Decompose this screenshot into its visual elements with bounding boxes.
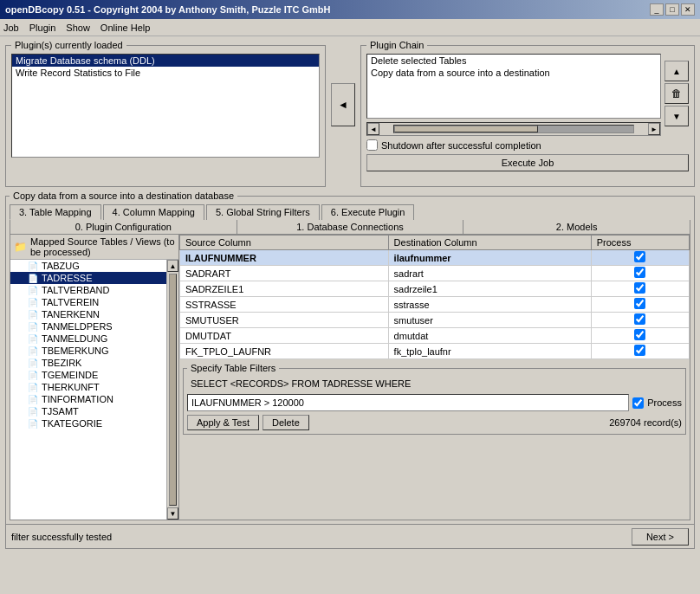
col-header-process: Process bbox=[591, 236, 689, 250]
chain-arrow-buttons: ▲ 🗑 ▼ bbox=[664, 54, 689, 139]
delete-filter-button[interactable]: Delete bbox=[262, 415, 309, 430]
col-process-1[interactable] bbox=[591, 266, 689, 281]
menu-online-help[interactable]: Online Help bbox=[100, 23, 150, 33]
menu-plugin[interactable]: Plugin bbox=[29, 23, 56, 33]
table-item-tkategorie[interactable]: 📄 TKATEGORIE bbox=[10, 417, 166, 429]
chain-delete-button[interactable]: 🗑 bbox=[664, 83, 689, 104]
table-item-tgemeinde[interactable]: 📄 TGEMEINDE bbox=[10, 369, 166, 381]
table-item-tbezirk[interactable]: 📄 TBEZIRK bbox=[10, 357, 166, 369]
file-icon-tanmeldpers: 📄 bbox=[28, 322, 38, 332]
right-pane: Source Column Destination Column Process… bbox=[179, 235, 690, 520]
copy-legend: Copy data from a source into a destinati… bbox=[10, 190, 237, 201]
scroll-thumb[interactable] bbox=[169, 274, 177, 506]
table-item-tbemerkung[interactable]: 📄 TBEMERKUNG bbox=[10, 345, 166, 357]
maximize-button[interactable]: □ bbox=[665, 3, 679, 16]
col-row-4[interactable]: SMUTUSER smutuser bbox=[180, 313, 690, 328]
col-process-6[interactable] bbox=[591, 344, 689, 359]
col-row-1[interactable]: SADRART sadrart bbox=[180, 266, 690, 281]
window-title: openDBcopy 0.51 - Copyright 2004 by Anth… bbox=[5, 4, 330, 15]
status-bar: filter successfully tested Next > bbox=[6, 524, 694, 548]
tab-db-connections[interactable]: 1. Database Connections bbox=[237, 220, 464, 234]
filter-process-checkbox[interactable] bbox=[632, 397, 644, 409]
col-process-4[interactable] bbox=[591, 313, 689, 328]
filter-input[interactable] bbox=[187, 394, 629, 411]
plugin-item-1[interactable]: Write Record Statistics to File bbox=[12, 67, 319, 79]
table-list-scrollbar[interactable]: ▲ ▼ bbox=[166, 260, 178, 520]
window-controls: _ □ ✕ bbox=[650, 3, 695, 16]
status-text: filter successfully tested bbox=[11, 532, 112, 542]
shutdown-checkbox[interactable] bbox=[366, 139, 378, 151]
top-section: Plugin(s) currently loaded Migrate Datab… bbox=[5, 40, 695, 187]
col-header-source: Source Column bbox=[180, 236, 389, 250]
record-count: 269704 record(s) bbox=[609, 417, 682, 428]
table-item-tabzug[interactable]: 📄 TABZUG bbox=[10, 260, 166, 272]
filter-process-label: Process bbox=[647, 397, 682, 408]
filter-sql-label: SELECT <RECORDS> FROM TADRESSE WHERE bbox=[187, 377, 682, 391]
table-item-tanmeldung[interactable]: 📄 TANMELDUNG bbox=[10, 333, 166, 345]
table-item-tjsamt[interactable]: 📄 TJSAMT bbox=[10, 405, 166, 417]
col-row-6[interactable]: FK_TPLO_LAUFNR fk_tplo_laufnr bbox=[180, 344, 690, 359]
col-row-2[interactable]: SADRZEILE1 sadrzeile1 bbox=[180, 281, 690, 297]
table-item-tanmeldpers[interactable]: 📄 TANMELDPERS bbox=[10, 320, 166, 333]
tab-plugin-config[interactable]: 0. Plugin Configuration bbox=[10, 220, 237, 234]
copy-section: Copy data from a source into a destinati… bbox=[5, 190, 695, 549]
plugins-legend: Plugin(s) currently loaded bbox=[11, 40, 126, 50]
file-icon-tanmeldung: 📄 bbox=[28, 334, 38, 344]
tab-column-mapping[interactable]: 4. Column Mapping bbox=[103, 204, 204, 220]
col-row-5[interactable]: DMUTDAT dmutdat bbox=[180, 328, 690, 344]
file-icon-tadresse: 📄 bbox=[28, 274, 38, 283]
table-item-taltverband[interactable]: 📄 TALTVERBAND bbox=[10, 284, 166, 296]
chain-scroll-track[interactable] bbox=[393, 125, 634, 133]
tabs-row1: 3. Table Mapping 4. Column Mapping 5. Gl… bbox=[10, 204, 690, 220]
filter-legend: Specify Table Filters bbox=[187, 363, 279, 373]
table-item-therkunft[interactable]: 📄 THERKUNFT bbox=[10, 381, 166, 393]
col-source-0: ILAUFNUMMER bbox=[180, 250, 389, 266]
tab-table-mapping[interactable]: 3. Table Mapping bbox=[10, 204, 101, 220]
file-icon-tbezirk: 📄 bbox=[28, 358, 38, 368]
add-to-chain-button[interactable]: ◄ bbox=[331, 83, 355, 126]
chain-down-button[interactable]: ▼ bbox=[664, 106, 689, 126]
tab-models[interactable]: 2. Models bbox=[463, 220, 690, 234]
chain-item-1[interactable]: Copy data from a source into a destinati… bbox=[367, 67, 660, 79]
next-button[interactable]: Next > bbox=[632, 528, 689, 546]
tab-execute-plugin[interactable]: 6. Execute Plugin bbox=[321, 204, 415, 220]
scroll-up-arrow[interactable]: ▲ bbox=[167, 260, 178, 272]
table-item-tinformation[interactable]: 📄 TINFORMATION bbox=[10, 393, 166, 405]
col-process-3[interactable] bbox=[591, 297, 689, 313]
col-dest-1: sadrart bbox=[388, 266, 591, 281]
menu-job[interactable]: Job bbox=[3, 23, 19, 33]
close-button[interactable]: ✕ bbox=[681, 3, 695, 16]
execute-job-button[interactable]: Execute Job bbox=[366, 154, 689, 171]
col-source-1: SADRART bbox=[180, 266, 389, 281]
minimize-button[interactable]: _ bbox=[650, 3, 664, 16]
col-process-2[interactable] bbox=[591, 281, 689, 297]
menu-show[interactable]: Show bbox=[66, 23, 90, 33]
col-process-5[interactable] bbox=[591, 328, 689, 344]
tab-global-string-filters[interactable]: 5. Global String Filters bbox=[206, 204, 320, 220]
apply-test-button[interactable]: Apply & Test bbox=[187, 415, 259, 430]
col-source-5: DMUTDAT bbox=[180, 328, 389, 344]
table-item-tanerkenn[interactable]: 📄 TANERKENN bbox=[10, 308, 166, 320]
filter-section: Specify Table Filters SELECT <RECORDS> F… bbox=[183, 363, 686, 435]
col-source-6: FK_TPLO_LAUFNR bbox=[180, 344, 389, 359]
col-process-0[interactable] bbox=[591, 250, 689, 266]
col-dest-4: smutuser bbox=[388, 313, 591, 328]
col-source-4: SMUTUSER bbox=[180, 313, 389, 328]
plugin-item-0[interactable]: Migrate Database schema (DDL) bbox=[12, 55, 319, 67]
main-content: Plugin(s) currently loaded Migrate Datab… bbox=[0, 36, 700, 552]
file-icon-tgemeinde: 📄 bbox=[28, 371, 38, 380]
chain-item-0[interactable]: Delete selected Tables bbox=[367, 55, 660, 67]
chain-scrollbar[interactable]: ◄ ► bbox=[366, 122, 661, 136]
col-row-3[interactable]: SSTRASSE sstrasse bbox=[180, 297, 690, 313]
col-row-0[interactable]: ILAUFNUMMER ilaufnummer bbox=[180, 250, 690, 266]
col-dest-6: fk_tplo_laufnr bbox=[388, 344, 591, 359]
table-list: 📄 TABZUG 📄 TADRESSE 📄 TALTVERBAND bbox=[10, 260, 166, 520]
chain-up-button[interactable]: ▲ bbox=[664, 61, 689, 81]
scroll-down-arrow[interactable]: ▼ bbox=[167, 507, 178, 520]
plugin-chain-panel: Plugin Chain Delete selected Tables Copy… bbox=[360, 40, 695, 187]
file-icon-tanerkenn: 📄 bbox=[28, 310, 38, 320]
table-item-taltverein[interactable]: 📄 TALTVEREIN bbox=[10, 296, 166, 308]
file-icon-tjsamt: 📄 bbox=[28, 407, 38, 416]
transfer-arrow-area: ◄ bbox=[331, 40, 355, 187]
table-item-tadresse[interactable]: 📄 TADRESSE bbox=[10, 272, 166, 284]
